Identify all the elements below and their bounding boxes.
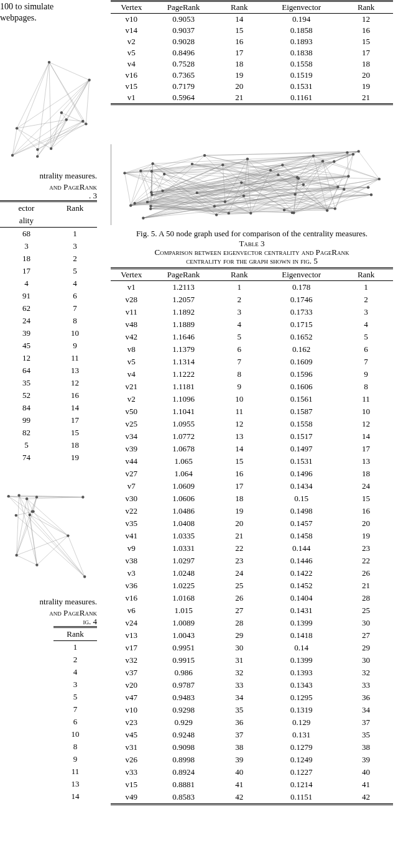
table-row: v41.122280.15969: [111, 368, 393, 381]
svg-point-79: [35, 563, 38, 566]
table-cell: 1: [53, 641, 97, 654]
svg-point-83: [17, 494, 20, 497]
table-cell: 5: [339, 331, 393, 343]
table-cell: 1.1314: [152, 356, 215, 368]
table-row: 459: [0, 339, 97, 352]
table-cell: 10: [53, 728, 97, 741]
svg-line-71: [17, 499, 27, 555]
table-cell: 28: [215, 617, 264, 629]
table-cell: v9: [111, 542, 152, 555]
table-cell: 1.1889: [152, 318, 215, 331]
table-cell: v2: [111, 393, 152, 405]
table-cell: v13: [111, 629, 152, 642]
svg-point-314: [133, 202, 136, 205]
table-cell: 0.1249: [264, 754, 339, 766]
table-row: v411.0335210.145819: [111, 530, 393, 542]
svg-point-319: [246, 157, 249, 160]
table-row: 681: [0, 228, 97, 241]
table-cell: v23: [111, 716, 152, 729]
table-cell: 16: [215, 468, 264, 480]
table-row: 1: [53, 641, 97, 654]
table-row: v271.064160.149618: [111, 468, 393, 480]
svg-line-88: [152, 154, 353, 171]
svg-line-58: [17, 515, 30, 555]
table-cell: 0.1457: [264, 517, 339, 530]
svg-point-331: [215, 213, 218, 216]
table-row: 8: [53, 741, 97, 753]
table-cell: 37: [339, 716, 393, 729]
table-cell: 11: [215, 405, 264, 418]
table-cell: v42: [111, 331, 152, 343]
table-cell: 0.1393: [264, 667, 339, 679]
table-row: v50.8496170.183817: [111, 47, 393, 58]
svg-line-283: [151, 206, 229, 213]
table-row: v470.9483340.129536: [111, 691, 393, 704]
figure-5-graph: [111, 144, 394, 225]
svg-point-75: [15, 514, 17, 517]
col-header: Rank: [53, 627, 97, 641]
table-cell: 9: [53, 339, 97, 352]
table-row: v10.5964210.116121: [111, 92, 393, 104]
table-row: v230.929360.12937: [111, 716, 393, 729]
table-cell: 0.7365: [152, 70, 215, 81]
table-cell: 17: [339, 47, 393, 58]
table-cell: 19: [339, 81, 393, 92]
table-cell: 1.0248: [152, 567, 215, 579]
table-cell: 31: [215, 654, 264, 667]
table-cell: 1.1181: [152, 381, 215, 393]
table-cell: 23: [215, 555, 264, 567]
table-cell: 11: [339, 393, 393, 405]
table-cell: v6: [111, 604, 152, 617]
table-cell: 2: [53, 252, 97, 265]
table-cell: 68: [0, 228, 53, 241]
table-cell: 0.5964: [152, 92, 215, 104]
table-row: v481.188940.17154: [111, 318, 393, 331]
table-cell: 0.1858: [264, 25, 339, 36]
svg-point-338: [347, 175, 349, 177]
table-cell: 0.929: [152, 716, 215, 729]
table-cell: 0.1279: [264, 741, 339, 754]
svg-line-280: [229, 209, 335, 213]
table-cell: 82: [0, 427, 53, 439]
table-row: v71.0609170.143424: [111, 480, 393, 492]
table-row: v501.1041110.158710: [111, 405, 393, 418]
table-cell: 0.1606: [264, 381, 339, 393]
table-cell: 18: [53, 439, 97, 451]
svg-line-121: [164, 162, 334, 174]
svg-line-215: [216, 213, 251, 215]
svg-line-27: [49, 62, 83, 121]
svg-point-346: [334, 207, 336, 210]
table-cell: 0.1561: [264, 393, 339, 405]
table-row: v320.9915310.139930: [111, 654, 393, 667]
table-cell: 15: [339, 492, 393, 505]
table-cell: 0.1733: [264, 306, 339, 318]
svg-point-35: [36, 148, 39, 150]
svg-point-350: [161, 190, 164, 192]
figure-3-caption-fragment: ntrality measures.: [0, 171, 97, 181]
col-header: [53, 215, 97, 228]
table-cell: v10: [111, 14, 152, 25]
table-cell: 0.1151: [264, 791, 339, 805]
table-cell: 40: [215, 766, 264, 778]
svg-point-323: [296, 176, 298, 178]
table-cell: 0.1893: [264, 36, 339, 47]
table-cell: v36: [111, 579, 152, 592]
table-cell: v3: [111, 567, 152, 579]
table-cell: 1.1646: [152, 331, 215, 343]
table-cell: 27: [215, 604, 264, 617]
table-cell: 0.9298: [152, 704, 215, 716]
table-cell: 20: [339, 70, 393, 81]
table-cell: 0.9951: [152, 642, 215, 654]
table-cell: 20: [339, 517, 393, 530]
table-cell: 4: [215, 318, 264, 331]
svg-point-345: [352, 153, 354, 155]
table-cell: 20: [215, 81, 264, 92]
table-cell: v21: [111, 381, 152, 393]
svg-line-21: [62, 80, 90, 113]
table-cell: v27: [111, 468, 152, 480]
svg-line-56: [17, 536, 68, 555]
table-row: v221.0486190.149816: [111, 505, 393, 517]
table-cell: 45: [0, 339, 53, 352]
svg-line-24: [17, 62, 49, 128]
table-row: v51.131470.16097: [111, 356, 393, 368]
